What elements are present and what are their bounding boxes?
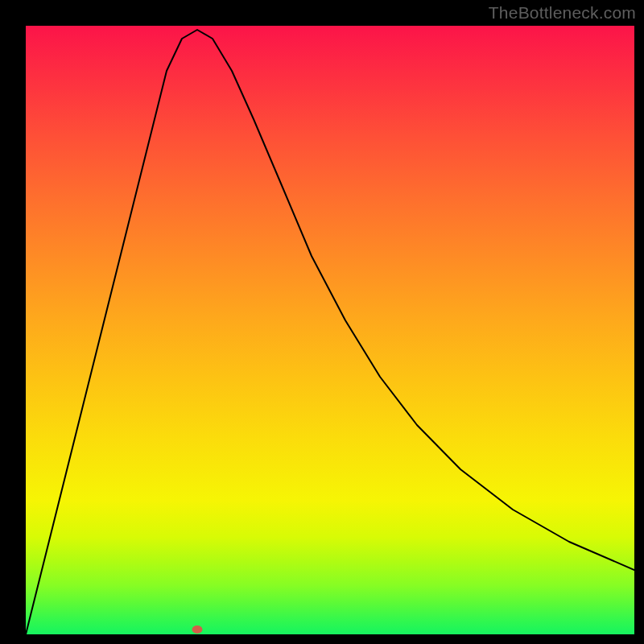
curve-svg: [26, 26, 634, 634]
plot-area: [26, 26, 634, 634]
watermark-text: TheBottleneck.com: [489, 3, 636, 23]
bottleneck-curve: [26, 30, 634, 634]
minimum-marker: [192, 625, 203, 634]
chart-container: TheBottleneck.com: [0, 0, 644, 644]
